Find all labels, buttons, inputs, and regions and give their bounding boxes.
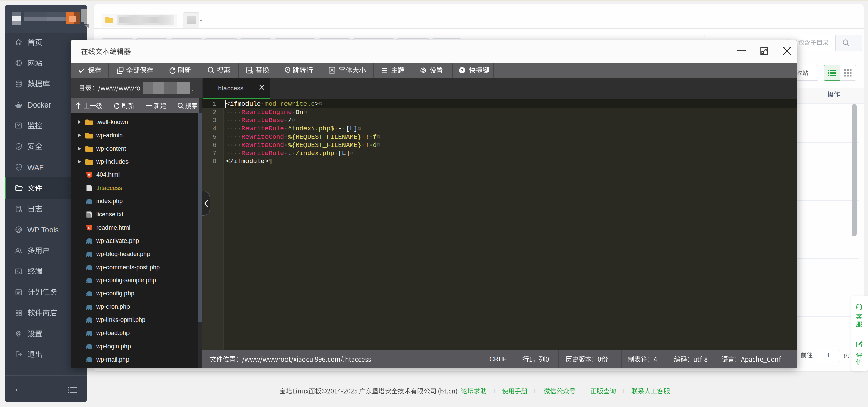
- svg-text:WAF: WAF: [16, 166, 21, 169]
- svg-text:5: 5: [88, 173, 90, 177]
- svg-text:5: 5: [88, 226, 90, 230]
- svg-text:?: ?: [461, 68, 463, 73]
